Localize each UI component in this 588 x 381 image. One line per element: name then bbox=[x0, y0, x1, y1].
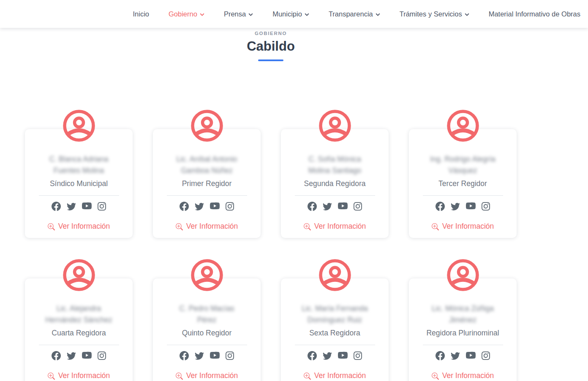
member-name-blurred: C. Blanca AdrianaFuentes Molina bbox=[49, 154, 108, 176]
social-links bbox=[180, 351, 234, 360]
member-role: Primer Regidor bbox=[182, 179, 232, 188]
card-divider bbox=[39, 195, 119, 196]
social-links bbox=[308, 351, 362, 360]
member-name-blurred: C. Pedro MacíasPérez bbox=[179, 303, 234, 326]
twitter-icon[interactable] bbox=[323, 351, 332, 360]
youtube-icon[interactable] bbox=[82, 201, 92, 211]
facebook-icon[interactable] bbox=[52, 351, 61, 360]
nav-item-gobierno[interactable]: Gobierno bbox=[169, 10, 204, 18]
ver-informacion-link[interactable]: Ver Información bbox=[432, 371, 494, 380]
twitter-icon[interactable] bbox=[451, 202, 460, 211]
instagram-icon[interactable] bbox=[482, 202, 490, 211]
zoom-in-icon bbox=[432, 373, 439, 380]
youtube-icon[interactable] bbox=[466, 201, 476, 211]
ver-informacion-link[interactable]: Ver Información bbox=[176, 371, 238, 380]
chevron-down-icon bbox=[376, 12, 380, 17]
youtube-icon[interactable] bbox=[210, 351, 220, 360]
ver-informacion-link[interactable]: Ver Información bbox=[48, 371, 110, 380]
instagram-icon[interactable] bbox=[354, 351, 362, 360]
nav-item-label: Prensa bbox=[224, 10, 246, 18]
instagram-icon[interactable] bbox=[226, 202, 234, 211]
twitter-icon[interactable] bbox=[195, 202, 204, 211]
person-avatar-icon bbox=[447, 259, 479, 291]
card-divider bbox=[167, 345, 247, 345]
twitter-icon[interactable] bbox=[67, 351, 76, 360]
member-card-body: Ing. Rodrigo AlegríaVásquez Tercer Regid… bbox=[409, 129, 517, 238]
top-navbar: InicioGobiernoPrensaMunicipioTransparenc… bbox=[0, 0, 588, 28]
person-avatar-icon bbox=[319, 259, 351, 291]
youtube-icon[interactable] bbox=[210, 201, 220, 211]
member-role: Segunda Regidora bbox=[304, 179, 366, 188]
social-links bbox=[436, 351, 490, 360]
twitter-icon[interactable] bbox=[451, 351, 460, 360]
person-avatar-icon bbox=[191, 259, 223, 291]
facebook-icon[interactable] bbox=[308, 351, 317, 360]
nav-item-transparencia[interactable]: Transparencia bbox=[329, 10, 380, 18]
facebook-icon[interactable] bbox=[52, 202, 61, 211]
person-avatar-icon bbox=[63, 259, 95, 291]
instagram-icon[interactable] bbox=[98, 202, 106, 211]
chevron-down-icon bbox=[248, 12, 253, 17]
instagram-icon[interactable] bbox=[226, 351, 234, 360]
member-role: Cuarta Regidora bbox=[52, 329, 106, 338]
facebook-icon[interactable] bbox=[308, 202, 317, 211]
nav-item-inicio[interactable]: Inicio bbox=[133, 10, 149, 18]
member-card-body: C. Blanca AdrianaFuentes Molina Síndico … bbox=[25, 129, 133, 238]
instagram-icon[interactable] bbox=[98, 351, 106, 360]
member-name-blurred: Lic. Aníbal AntonioGamboa Núñez bbox=[177, 154, 237, 176]
zoom-in-icon bbox=[48, 223, 55, 230]
title-underline bbox=[258, 59, 283, 61]
member-name-blurred: Lic. AlejandraHernández Sánchez bbox=[45, 303, 112, 326]
member-card-segunda-regidora: C. Sofía MónicaMolina Santiago Segunda R… bbox=[281, 110, 389, 238]
social-links bbox=[436, 201, 490, 211]
facebook-icon[interactable] bbox=[436, 202, 445, 211]
ver-informacion-link[interactable]: Ver Información bbox=[304, 222, 366, 231]
member-card-primer-regidor: Lic. Aníbal AntonioGamboa Núñez Primer R… bbox=[153, 110, 261, 238]
member-role: Quinto Regidor bbox=[182, 329, 232, 338]
chevron-down-icon bbox=[465, 12, 469, 17]
person-avatar-icon bbox=[319, 110, 351, 142]
ver-informacion-link[interactable]: Ver Información bbox=[176, 222, 238, 231]
nav-item-label: Material Informativo de Obras bbox=[489, 10, 580, 18]
card-divider bbox=[423, 345, 503, 345]
facebook-icon[interactable] bbox=[180, 202, 189, 211]
instagram-icon[interactable] bbox=[482, 351, 490, 360]
youtube-icon[interactable] bbox=[82, 351, 92, 360]
youtube-icon[interactable] bbox=[338, 201, 348, 211]
nav-item-prensa[interactable]: Prensa bbox=[224, 10, 253, 18]
member-name-blurred: Ing. Rodrigo AlegríaVásquez bbox=[430, 154, 495, 176]
zoom-in-icon bbox=[176, 223, 183, 230]
member-card-sindico-municipal: C. Blanca AdrianaFuentes Molina Síndico … bbox=[25, 110, 133, 238]
twitter-icon[interactable] bbox=[67, 202, 76, 211]
member-role: Sexta Regidora bbox=[309, 329, 360, 338]
facebook-icon[interactable] bbox=[436, 351, 445, 360]
youtube-icon[interactable] bbox=[466, 351, 476, 360]
member-card-sexta-regidora: Lic. María FernandaDomínguez Ruiz Sexta … bbox=[281, 259, 389, 381]
facebook-icon[interactable] bbox=[180, 351, 189, 360]
instagram-icon[interactable] bbox=[354, 202, 362, 211]
nav-item-label: Transparencia bbox=[329, 10, 373, 18]
nav-item-material-informativo-de-obras[interactable]: Material Informativo de Obras bbox=[489, 10, 580, 18]
card-divider bbox=[39, 345, 119, 345]
ver-informacion-link[interactable]: Ver Información bbox=[48, 222, 110, 231]
zoom-in-icon bbox=[176, 373, 183, 380]
nav-item-tramites-y-servicios[interactable]: Trámites y Servicios bbox=[400, 10, 469, 18]
card-divider bbox=[423, 195, 503, 196]
social-links bbox=[52, 201, 106, 211]
twitter-icon[interactable] bbox=[195, 351, 204, 360]
member-card-body: C. Sofía MónicaMolina Santiago Segunda R… bbox=[281, 129, 389, 238]
ver-informacion-link[interactable]: Ver Información bbox=[304, 371, 366, 380]
social-links bbox=[180, 201, 234, 211]
card-divider bbox=[295, 195, 375, 196]
twitter-icon[interactable] bbox=[323, 202, 332, 211]
zoom-in-icon bbox=[48, 373, 55, 380]
ver-informacion-link[interactable]: Ver Información bbox=[432, 222, 494, 231]
nav-item-municipio[interactable]: Municipio bbox=[272, 10, 309, 18]
youtube-icon[interactable] bbox=[338, 351, 348, 360]
zoom-in-icon bbox=[304, 223, 311, 230]
member-role: Síndico Municipal bbox=[50, 179, 108, 188]
member-card-regidora-plurinominal: Lic. Mónica ZúñigaJiménez Regidora Pluri… bbox=[409, 259, 517, 381]
member-card-body: Lic. AlejandraHernández Sánchez Cuarta R… bbox=[25, 278, 133, 381]
member-card-body: Lic. María FernandaDomínguez Ruiz Sexta … bbox=[281, 278, 389, 381]
member-card-body: Lic. Mónica ZúñigaJiménez Regidora Pluri… bbox=[409, 278, 517, 381]
